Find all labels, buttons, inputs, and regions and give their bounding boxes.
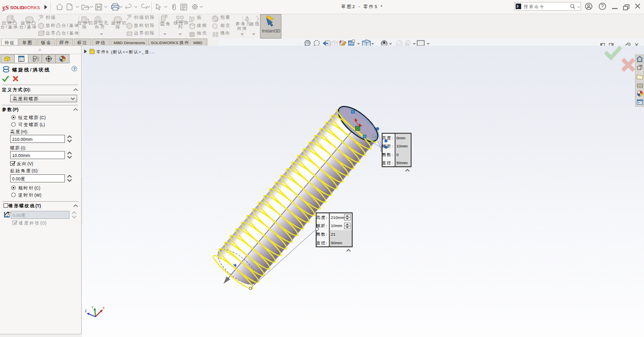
svg-text:向导: 向导 [95, 24, 106, 29]
svg-text:X: X [103, 306, 105, 310]
svg-text:筋: 筋 [197, 15, 202, 20]
svg-text:包覆: 包覆 [220, 15, 231, 20]
svg-text:除: 除 [116, 24, 121, 29]
svg-text:镜向: 镜向 [220, 30, 231, 35]
svg-text:SOLID: SOLID [10, 5, 24, 10]
svg-text:高度:: 高度: [316, 215, 328, 220]
svg-text:210mm: 210mm [331, 215, 345, 220]
svg-text:台/基体: 台/基体 [19, 24, 38, 29]
svg-text:圈数:: 圈数: [316, 232, 328, 237]
svg-text:拔模: 拔模 [197, 23, 208, 28]
svg-text:边界切除: 边界切除 [134, 30, 155, 35]
svg-text:Instant3D: Instant3D [262, 28, 280, 33]
svg-text:MBD Dimensions: MBD Dimensions [114, 41, 145, 45]
svg-text:SOLIDWORKS 插件: SOLIDWORKS 插件 [151, 41, 189, 45]
svg-text:评估: 评估 [95, 40, 106, 45]
svg-text:Y: Y [91, 306, 94, 309]
svg-text:WORKS: WORKS [23, 5, 40, 10]
svg-text:21: 21 [331, 232, 335, 237]
svg-text:圈数:: 圈数: [382, 153, 394, 157]
svg-text:高度:: 高度: [382, 136, 394, 140]
svg-text:ʒS: ʒS [2, 4, 9, 11]
svg-text:抽壳: 抽壳 [196, 30, 208, 35]
svg-text:列: 列 [178, 24, 184, 29]
svg-text:台/基体: 台/基体 [1, 24, 19, 29]
svg-text:?: ? [601, 4, 604, 9]
svg-text:10mm: 10mm [331, 223, 343, 228]
svg-text:直径:: 直径: [382, 161, 394, 165]
svg-text:曲线: 曲线 [250, 21, 260, 26]
svg-text:0: 0 [396, 153, 399, 157]
svg-text:50mm: 50mm [396, 161, 408, 165]
svg-text:特征: 特征 [5, 40, 15, 45]
svg-text:MBD: MBD [193, 41, 202, 45]
svg-text:标注: 标注 [77, 40, 88, 45]
svg-text:钣金: 钣金 [41, 40, 52, 45]
svg-text:放样凸台/基体: 放样凸台/基体 [46, 23, 80, 28]
svg-text:除: 除 [82, 24, 88, 29]
svg-text:扫描: 扫描 [46, 15, 56, 20]
svg-text:直径:: 直径: [316, 241, 328, 245]
svg-text:螺距:: 螺距: [316, 223, 328, 228]
svg-text:零件5 (默认<<默认>_显...: 零件5 (默认<<默认>_显... [96, 50, 155, 54]
svg-text:草图: 草图 [22, 40, 33, 45]
svg-text:焊件: 焊件 [59, 40, 70, 45]
svg-text:Z: Z [85, 309, 87, 313]
svg-text:0mm: 0mm [396, 136, 405, 140]
svg-text:螺距:: 螺距: [382, 144, 394, 148]
svg-text:相交: 相交 [220, 23, 231, 28]
svg-text:扫描切除: 扫描切除 [134, 15, 155, 20]
svg-text:10mm: 10mm [396, 144, 408, 148]
svg-text:边界凸台/基体: 边界凸台/基体 [46, 30, 80, 35]
svg-text:圆角: 圆角 [160, 21, 171, 26]
svg-text:何体: 何体 [236, 26, 248, 31]
svg-text:50mm: 50mm [331, 241, 343, 245]
svg-text:放样切除: 放样切除 [134, 23, 155, 28]
